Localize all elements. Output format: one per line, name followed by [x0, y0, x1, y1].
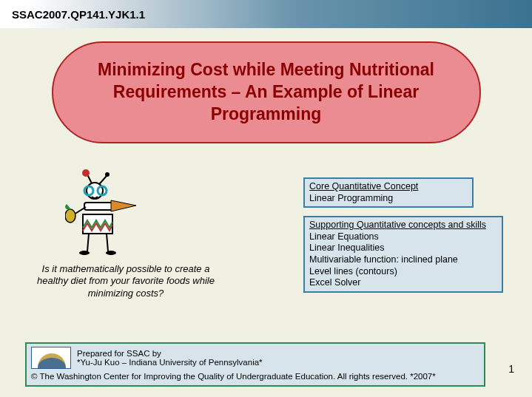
- svg-line-9: [74, 207, 86, 214]
- svg-line-12: [87, 234, 89, 251]
- core-concept-heading: Core Quantitative Concept: [309, 181, 468, 193]
- footer-byline: Prepared for SSAC by *Yu-Ju Kuo – Indian…: [77, 349, 263, 367]
- svg-point-14: [79, 251, 90, 255]
- title-bubble: Minimizing Cost while Meeting Nutritiona…: [52, 41, 481, 143]
- supporting-item: Level lines (contours): [309, 266, 497, 278]
- footer-box: Prepared for SSAC by *Yu-Ju Kuo – Indian…: [25, 342, 485, 387]
- core-concept-item: Linear Programming: [309, 193, 468, 205]
- slide-title: Minimizing Cost while Meeting Nutritiona…: [75, 59, 457, 126]
- supporting-item: Excel Solver: [309, 277, 497, 289]
- logo-icon: [31, 347, 71, 369]
- supporting-item: Linear Inequalities: [309, 242, 497, 254]
- header-banner: SSAC2007.QP141.YJK1.1: [0, 0, 532, 28]
- svg-line-13: [107, 234, 108, 251]
- footer-copyright: © The Washington Center for Improving th…: [31, 372, 479, 381]
- svg-marker-8: [111, 200, 136, 211]
- svg-point-10: [65, 209, 75, 223]
- svg-point-1: [82, 169, 90, 177]
- svg-point-15: [106, 251, 116, 255]
- caption-text: Is it mathematically possible to create …: [30, 263, 222, 299]
- svg-point-4: [87, 183, 103, 199]
- footer-line2: *Yu-Ju Kuo – Indiana University of Penns…: [77, 358, 263, 367]
- svg-rect-7: [84, 203, 114, 210]
- supporting-item: Multivariable function: inclined plane: [309, 254, 497, 266]
- header-code: SSAC2007.QP141.YJK1.1: [12, 8, 145, 21]
- footer-top-row: Prepared for SSAC by *Yu-Ju Kuo – Indian…: [31, 347, 479, 369]
- svg-point-3: [105, 172, 110, 177]
- footer-line1: Prepared for SSAC by: [77, 349, 263, 358]
- slide-number: 1: [508, 363, 514, 375]
- supporting-item: Linear Equations: [309, 231, 497, 243]
- supporting-concepts-box: Supporting Quantitative concepts and ski…: [303, 216, 503, 293]
- core-concept-box: Core Quantitative Concept Linear Program…: [303, 177, 474, 208]
- clipart-character: [65, 169, 154, 257]
- supporting-heading: Supporting Quantitative concepts and ski…: [309, 220, 497, 231]
